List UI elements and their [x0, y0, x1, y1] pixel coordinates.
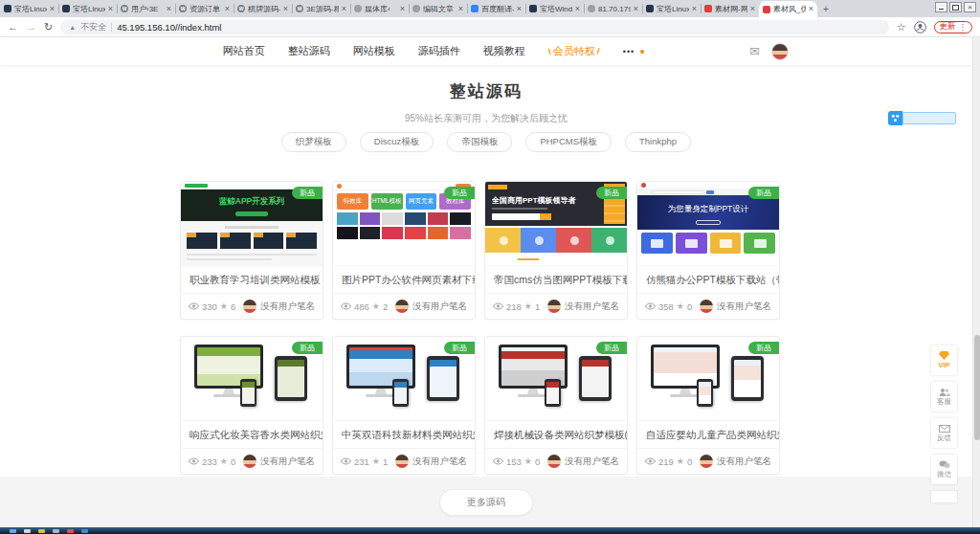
tab-close-icon[interactable]: × — [517, 5, 522, 13]
card-title[interactable]: 帝国cms仿当图网PPT模板下载网站源码 — [485, 266, 627, 293]
template-card[interactable]: 新品 焊接机械设备类网站织梦模板(带手机 153 ★ 0 没有用户笔名 — [484, 336, 628, 475]
template-card[interactable]: 新品 特效库 HTML模板 网页元素 教程库 图片PPT办公软件网页素材下载站平… — [332, 181, 476, 320]
browser-tab[interactable]: 宝塔Linux× — [642, 0, 701, 17]
page-scrollbar[interactable] — [972, 37, 980, 527]
browser-menu-icon[interactable]: ⋮ — [959, 22, 968, 32]
browser-tab[interactable]: W棋牌源码-× — [234, 0, 292, 17]
nav-source[interactable]: 整站源码 — [288, 44, 330, 58]
nav-more[interactable]: ••• — [623, 47, 644, 56]
customer-service-button[interactable]: 客服 — [931, 382, 957, 412]
nav-plugins[interactable]: 源码插件 — [418, 44, 460, 58]
tab-close-icon[interactable]: × — [575, 5, 580, 13]
restore-button[interactable] — [949, 2, 962, 12]
card-title[interactable]: 图片PPT办公软件网页素材下载站平台 — [333, 266, 475, 293]
card-thumbnail[interactable]: 新品 为您量身定制PPT设计 — [637, 182, 779, 266]
browser-tab[interactable]: W资源订单 -× — [175, 0, 234, 17]
browser-tab[interactable]: W3E源码-精× — [292, 0, 350, 17]
taskbar-app-icon[interactable] — [24, 529, 31, 533]
template-card[interactable]: 新品 蓝鲸APP开发系列 职业教育学习培训类网站模板（带手 330 ★ 6 没有… — [180, 181, 323, 320]
filter-discuz[interactable]: Discuz模板 — [360, 132, 434, 152]
template-card[interactable]: 新品 全国商用PPT模板领导者 帝国cms仿当图网PPT模板下载网站源码 218… — [484, 181, 628, 320]
card-thumbnail[interactable]: 新品 — [637, 337, 779, 421]
tab-close-icon[interactable]: × — [225, 5, 230, 13]
tab-close-icon[interactable]: × — [283, 5, 288, 13]
card-thumbnail[interactable]: 新品 — [333, 337, 475, 421]
new-tab-button[interactable]: + — [817, 0, 835, 17]
browser-tab[interactable]: 宝塔Linux× — [0, 0, 58, 17]
close-window-button[interactable] — [964, 2, 976, 12]
windows-taskbar[interactable] — [0, 527, 980, 534]
reload-icon[interactable]: ↻ — [44, 22, 53, 33]
tab-close-icon[interactable]: × — [400, 5, 405, 13]
card-title[interactable]: 仿熊猫办公PPT模板下载站（带会员、 — [637, 266, 779, 293]
minimize-button[interactable] — [935, 2, 947, 12]
tab-close-icon[interactable]: × — [809, 5, 813, 13]
card-title[interactable]: 自适应婴幼儿童产品类网站织梦模板 — [637, 421, 779, 448]
browser-tab[interactable]: 宝塔Wind× — [525, 0, 584, 17]
feedback-button[interactable]: 反馈 — [931, 418, 957, 448]
browser-tab[interactable]: 素材网-网× — [701, 0, 759, 17]
tab-close-icon[interactable]: × — [108, 5, 113, 13]
user-avatar[interactable] — [771, 43, 789, 60]
taskbar-app-icon[interactable] — [53, 529, 59, 533]
template-card[interactable]: 新品 为您量身定制PPT设计 仿熊猫办公PPT模板下载站（带会员、 358 ★ … — [636, 181, 780, 320]
tab-close-icon[interactable]: × — [692, 5, 697, 13]
template-card[interactable]: 新品 自适应婴幼儿童产品类网站织梦模板 219 ★ 0 没有用户笔名 — [636, 336, 780, 475]
card-title[interactable]: 职业教育学习培训类网站模板（带手 — [181, 266, 323, 293]
forward-icon[interactable]: → — [26, 22, 36, 33]
card-title[interactable]: 响应式化妆美容香水类网站织梦模板 — [181, 421, 323, 448]
browser-tab[interactable]: 81.70.179× — [584, 0, 642, 17]
tab-close-icon[interactable]: × — [50, 5, 55, 13]
vip-button[interactable]: VIP — [931, 345, 957, 375]
taskbar-start-icon[interactable] — [10, 529, 16, 533]
template-card[interactable]: 新品 中英双语科技新材料类网站织梦模板 231 ★ 1 没有用户笔名 — [332, 336, 476, 475]
tab-close-icon[interactable]: × — [167, 5, 171, 13]
back-icon[interactable]: ← — [8, 22, 18, 33]
card-thumbnail[interactable]: 新品 全国商用PPT模板领导者 — [485, 182, 627, 266]
card-title[interactable]: 中英双语科技新材料类网站织梦模板 — [333, 421, 475, 448]
filter-thinkphp[interactable]: Thinkphp — [625, 132, 691, 152]
filter-empirecms[interactable]: 帝国模板 — [447, 132, 512, 152]
wechat-button[interactable]: 微信 — [931, 455, 957, 484]
tab-close-icon[interactable]: × — [458, 5, 463, 13]
envelope-icon[interactable]: ✉ — [749, 44, 760, 58]
filter-dedecms[interactable]: 织梦模板 — [281, 132, 346, 152]
browser-tab[interactable]: 媒体库‹× — [350, 0, 409, 17]
browser-tab[interactable]: 编辑文章× — [409, 0, 467, 17]
browser-tab[interactable]: W用户‹3E× — [117, 0, 175, 17]
card-thumbnail[interactable]: 新品 — [181, 337, 323, 421]
filter-phpcms[interactable]: PHPCMS模板 — [525, 132, 612, 152]
thumb-searchbar — [651, 190, 704, 194]
url-input[interactable]: ▲ 不安全 45.195.156.10//index.html — [60, 20, 888, 34]
taskbar-app-icon[interactable] — [81, 529, 88, 533]
card-thumbnail[interactable]: 新品 蓝鲸APP开发系列 — [181, 182, 323, 266]
tab-close-icon[interactable]: × — [634, 5, 638, 13]
card-thumbnail[interactable]: 新品 — [485, 337, 627, 421]
security-label[interactable]: 不安全 — [80, 21, 106, 33]
translate-widget[interactable] — [888, 111, 956, 125]
taskbar-app-icon[interactable] — [38, 529, 45, 533]
profile-icon[interactable] — [914, 21, 926, 33]
nav-videos[interactable]: 视频教程 — [483, 44, 525, 58]
bookmark-star-icon[interactable]: ☆ — [897, 21, 906, 33]
translate-widget-icon[interactable] — [888, 111, 902, 125]
tab-close-icon[interactable]: × — [750, 5, 755, 13]
nav-templates[interactable]: 网站模板 — [353, 44, 395, 58]
url-text[interactable]: 45.195.156.10//index.html — [117, 22, 221, 33]
browser-tab[interactable]: 百度翻译-× — [467, 0, 525, 17]
more-source-button[interactable]: 更多源码 — [439, 489, 533, 516]
scrollbar-thumb[interactable] — [974, 335, 980, 440]
card-title[interactable]: 焊接机械设备类网站织梦模板(带手机 — [485, 421, 627, 448]
template-card[interactable]: 新品 响应式化妆美容香水类网站织梦模板 233 ★ 0 没有用户笔名 — [180, 336, 323, 475]
browser-tab[interactable]: 宝塔Linux× — [58, 0, 117, 17]
card-thumbnail[interactable]: 新品 特效库 HTML模板 网页元素 教程库 — [333, 182, 475, 266]
translate-widget-bar[interactable] — [902, 112, 956, 124]
browser-tab-active[interactable]: 素材风_优× — [759, 1, 817, 17]
back-to-top-button[interactable] — [931, 491, 957, 502]
more-section: 更多源码 — [0, 477, 972, 527]
browser-update-button[interactable]: 更新 ⋮ — [934, 21, 973, 33]
taskbar-app-icon[interactable] — [67, 529, 74, 533]
tab-close-icon[interactable]: × — [342, 5, 346, 13]
nav-home[interactable]: 网站首页 — [223, 44, 265, 58]
nav-vip[interactable]: 会员特权 — [548, 44, 600, 58]
